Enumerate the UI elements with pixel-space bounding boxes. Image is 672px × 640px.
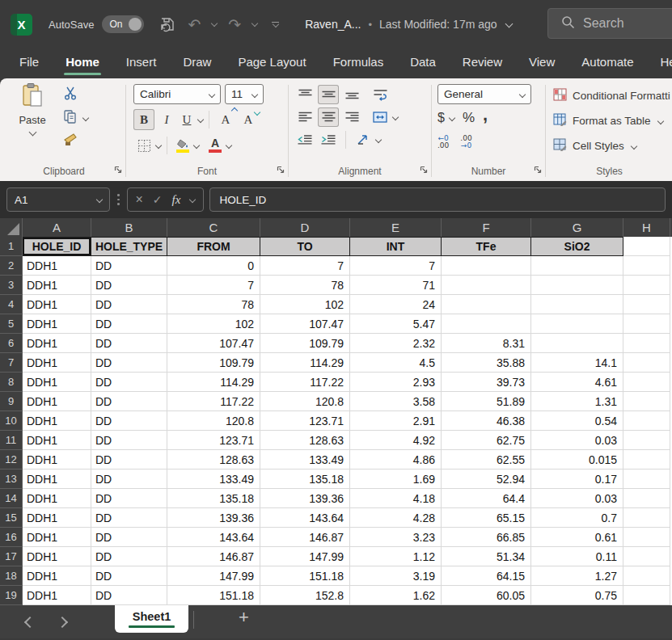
align-left-icon[interactable]: [294, 107, 315, 127]
cell-G18[interactable]: 1.27: [531, 566, 623, 586]
font-family-select[interactable]: Calibri: [133, 84, 221, 104]
cell-D4[interactable]: 102: [260, 295, 350, 314]
cell-D13[interactable]: 135.18: [260, 469, 350, 489]
formula-bar-resize-handle[interactable]: [117, 194, 120, 205]
cell-G11[interactable]: 0.03: [531, 431, 623, 450]
orientation-dropdown-icon[interactable]: [375, 137, 382, 143]
row-header-14[interactable]: 14: [0, 489, 23, 508]
cell-G1[interactable]: SiO2: [531, 237, 623, 256]
cell-D6[interactable]: 109.79: [260, 334, 350, 353]
cell-H11[interactable]: [623, 431, 670, 450]
cell-E15[interactable]: 4.28: [350, 508, 442, 528]
redo-dropdown-icon[interactable]: [251, 19, 258, 26]
cell-C12[interactable]: 128.63: [167, 450, 260, 469]
merge-center-icon[interactable]: [370, 107, 391, 127]
tab-file[interactable]: File: [18, 52, 40, 75]
cell-G6[interactable]: [531, 334, 623, 353]
row-header-6[interactable]: 6: [0, 334, 23, 353]
cell-G12[interactable]: 0.015: [531, 450, 623, 469]
cell-A8[interactable]: DDH1: [23, 373, 91, 392]
column-header-d[interactable]: D: [260, 218, 350, 237]
row-header-12[interactable]: 12: [0, 450, 23, 469]
bold-button[interactable]: B: [133, 109, 154, 130]
cell-E19[interactable]: 1.62: [350, 586, 442, 605]
cell-H2[interactable]: [623, 256, 670, 276]
cell-A18[interactable]: DDH1: [23, 566, 91, 586]
cell-E11[interactable]: 4.92: [350, 431, 442, 450]
cell-B18[interactable]: DD: [91, 566, 167, 586]
cell-B5[interactable]: DD: [91, 314, 167, 334]
cell-E2[interactable]: 7: [350, 256, 442, 276]
insert-function-icon[interactable]: fx: [172, 193, 181, 207]
paste-dropdown-icon[interactable]: [28, 128, 36, 137]
row-header-18[interactable]: 18: [0, 566, 23, 586]
cell-G3[interactable]: [531, 276, 623, 295]
cell-G5[interactable]: [531, 314, 623, 334]
fill-color-dropdown-icon[interactable]: [193, 142, 200, 149]
cell-B6[interactable]: DD: [91, 334, 167, 353]
cell-A6[interactable]: DDH1: [23, 334, 91, 353]
cell-A11[interactable]: DDH1: [23, 431, 91, 450]
cell-H19[interactable]: [623, 586, 670, 605]
wrap-text-icon[interactable]: [370, 85, 391, 104]
cell-D18[interactable]: 151.18: [260, 566, 350, 586]
cell-B1[interactable]: HOLE_TYPE: [91, 237, 167, 256]
cell-B10[interactable]: DD: [91, 411, 167, 431]
cell-F8[interactable]: 39.73: [442, 373, 531, 392]
column-header-b[interactable]: B: [91, 218, 167, 237]
enter-icon[interactable]: ✓: [153, 194, 163, 205]
increase-indent-icon[interactable]: [318, 130, 339, 149]
row-header-8[interactable]: 8: [0, 373, 23, 392]
column-header-a[interactable]: A: [23, 218, 91, 237]
cell-F7[interactable]: 35.88: [442, 353, 531, 373]
cell-H4[interactable]: [623, 295, 670, 314]
column-header-h[interactable]: H: [623, 218, 670, 237]
tab-page-layout[interactable]: Page Layout: [236, 52, 307, 75]
excel-app-icon[interactable]: X: [11, 14, 32, 36]
cell-F6[interactable]: 8.31: [442, 334, 531, 353]
row-header-11[interactable]: 11: [0, 431, 23, 450]
tab-formulas[interactable]: Formulas: [332, 52, 386, 75]
cell-A2[interactable]: DDH1: [23, 256, 91, 276]
cell-B17[interactable]: DD: [91, 547, 167, 566]
title-dropdown-icon[interactable]: [505, 19, 513, 27]
cell-F12[interactable]: 62.55: [442, 450, 531, 469]
qat-overflow-icon[interactable]: [272, 22, 279, 27]
format-painter-icon[interactable]: [63, 133, 78, 150]
cell-G17[interactable]: 0.11: [531, 547, 623, 566]
cell-D19[interactable]: 152.8: [260, 586, 350, 605]
number-dialog-launcher-icon[interactable]: [534, 162, 542, 177]
cell-F5[interactable]: [442, 314, 531, 334]
cell-G8[interactable]: 4.61: [531, 373, 623, 392]
row-header-5[interactable]: 5: [0, 314, 23, 334]
cell-G2[interactable]: [531, 256, 623, 276]
conditional-formatting-button[interactable]: Conditional Formatting: [553, 84, 670, 107]
cell-H12[interactable]: [623, 450, 670, 469]
fx-dropdown-icon[interactable]: [189, 196, 196, 203]
row-header-15[interactable]: 15: [0, 508, 23, 528]
fill-color-icon[interactable]: [173, 135, 192, 156]
redo-icon[interactable]: ↷: [228, 17, 241, 32]
formula-input[interactable]: HOLE_ID: [209, 187, 666, 212]
cell-E4[interactable]: 24: [350, 295, 442, 314]
cell-H3[interactable]: [623, 276, 670, 295]
currency-icon[interactable]: $: [437, 111, 445, 125]
cell-C15[interactable]: 139.36: [167, 508, 260, 528]
select-all-corner[interactable]: [0, 218, 23, 237]
cell-H6[interactable]: [623, 334, 670, 353]
name-box-dropdown-icon[interactable]: [96, 196, 103, 203]
font-size-select[interactable]: 11: [225, 84, 264, 104]
cell-H5[interactable]: [623, 314, 670, 334]
cell-D15[interactable]: 143.64: [260, 508, 350, 528]
cell-C5[interactable]: 102: [167, 314, 260, 334]
cell-styles-button[interactable]: Cell Styles: [553, 134, 670, 158]
cell-D11[interactable]: 128.63: [260, 431, 350, 450]
cell-G14[interactable]: 0.03: [531, 489, 623, 508]
cell-F13[interactable]: 52.94: [442, 469, 531, 489]
cell-C18[interactable]: 147.99: [167, 566, 260, 586]
cell-A5[interactable]: DDH1: [23, 314, 91, 334]
align-middle-icon[interactable]: [318, 85, 339, 104]
tab-review[interactable]: Review: [461, 52, 504, 75]
cell-E17[interactable]: 1.12: [350, 547, 442, 566]
cell-E9[interactable]: 3.58: [350, 392, 442, 411]
